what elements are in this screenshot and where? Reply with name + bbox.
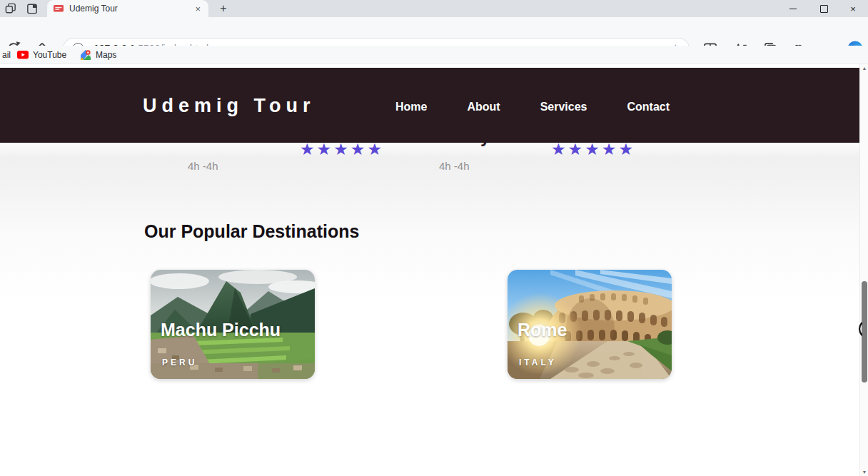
workspaces-icon[interactable] bbox=[4, 2, 17, 15]
tour-duration: 4h -4h bbox=[188, 160, 218, 172]
destination-name: Machu Picchu bbox=[161, 320, 281, 340]
destination-card-rome[interactable]: Rome ITALY bbox=[508, 270, 672, 379]
site-nav: Home About Services Contact bbox=[395, 101, 670, 113]
site-header: Udemig Tour Home About Services Contact bbox=[0, 68, 859, 143]
bookmark-label: Maps bbox=[96, 50, 116, 60]
new-tab-button[interactable]: + bbox=[216, 1, 231, 16]
destination-country: PERU bbox=[162, 358, 197, 368]
site-logo[interactable]: Udemig Tour bbox=[143, 95, 316, 117]
tour-rating-stars: ★★★★★ bbox=[551, 141, 635, 158]
tour-rating-stars: ★★★★★ bbox=[300, 141, 384, 158]
window-close-button[interactable]: × bbox=[838, 0, 868, 17]
maps-icon bbox=[80, 49, 91, 61]
tab-close-icon[interactable]: × bbox=[193, 4, 202, 14]
scrollbar-thumb[interactable] bbox=[862, 281, 867, 383]
nav-link-contact[interactable]: Contact bbox=[627, 101, 670, 113]
destination-name: Rome bbox=[518, 320, 567, 340]
bookmark-youtube[interactable]: YouTube bbox=[17, 46, 66, 64]
window-minimize-button[interactable] bbox=[778, 0, 808, 17]
restore-icon bbox=[820, 5, 828, 13]
tour-duration: 4h -4h bbox=[439, 160, 470, 172]
scroll-up-icon[interactable]: ▲ bbox=[860, 66, 868, 71]
bookmarks-bar: ail YouTube Maps bbox=[0, 46, 868, 64]
tab-title: Udemig Tour bbox=[69, 4, 193, 14]
scroll-down-icon[interactable]: ▼ bbox=[860, 470, 868, 475]
window-restore-button[interactable] bbox=[809, 0, 839, 17]
browser-tab[interactable]: Udemig Tour × bbox=[47, 0, 208, 17]
destination-card-machu-picchu[interactable]: Machu Picchu PERU bbox=[151, 270, 315, 379]
titlebar: Udemig Tour × + × bbox=[0, 0, 868, 17]
nav-link-services[interactable]: Services bbox=[540, 101, 587, 113]
tab-actions-icon[interactable] bbox=[26, 2, 39, 15]
youtube-icon bbox=[17, 51, 29, 59]
minimize-icon bbox=[789, 9, 797, 9]
page-scrollbar[interactable]: ▲ ▼ bbox=[859, 64, 868, 476]
page-viewport: Dubai ★★★★★ 4h -4h Antalya ★★★★★ 4h -4h … bbox=[0, 64, 868, 476]
nav-link-home[interactable]: Home bbox=[395, 101, 427, 113]
bookmark-label: YouTube bbox=[33, 50, 66, 60]
bookmark-maps[interactable]: Maps bbox=[80, 46, 116, 64]
bookmark-label: ail bbox=[2, 50, 11, 60]
destination-country: ITALY bbox=[519, 358, 557, 368]
toolbar: i 127.0.0.1:5500/index.html ☆ ··· bbox=[0, 17, 868, 46]
bookmark-gmail-partial[interactable]: ail bbox=[0, 46, 11, 64]
popular-destinations-heading: Our Popular Destinations bbox=[144, 221, 359, 242]
tab-favicon bbox=[54, 5, 64, 12]
browser-window: Udemig Tour × + × i 127.0.0.1:5500/index… bbox=[0, 0, 868, 476]
nav-link-about[interactable]: About bbox=[467, 101, 500, 113]
